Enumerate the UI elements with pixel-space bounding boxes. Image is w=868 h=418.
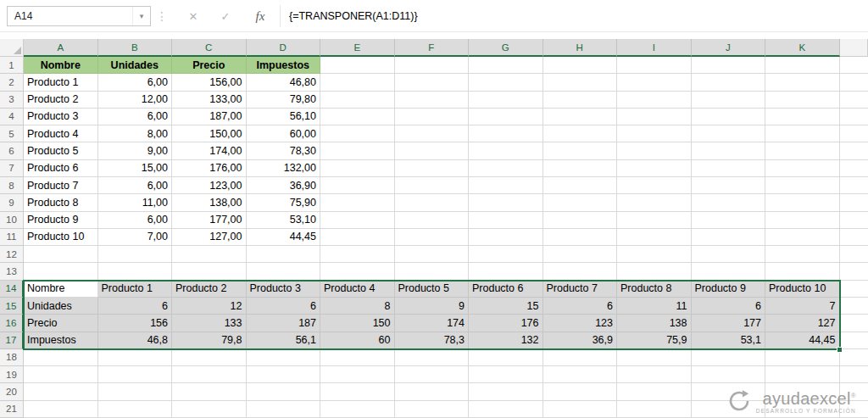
cell-H14[interactable]: Producto 7 — [543, 281, 618, 298]
cell-D3[interactable]: 79,80 — [247, 92, 321, 109]
cell-C19[interactable] — [172, 366, 247, 383]
cell-A5[interactable]: Producto 4 — [24, 125, 98, 142]
cell-B21[interactable] — [98, 401, 173, 418]
cell-K11[interactable] — [765, 229, 840, 246]
cell-G21[interactable] — [469, 401, 543, 418]
cell-I1[interactable] — [617, 57, 692, 74]
cell-C10[interactable]: 177,00 — [172, 212, 247, 229]
formula-input[interactable]: {=TRANSPONER(A1:D11)} — [289, 6, 418, 26]
cell-D4[interactable]: 56,10 — [247, 109, 321, 125]
cell-C4[interactable]: 187,00 — [172, 109, 247, 125]
insert-function-icon[interactable]: fx — [248, 6, 273, 26]
cell-F6[interactable] — [395, 142, 470, 159]
cell-B7[interactable]: 15,00 — [98, 160, 173, 177]
fill-handle[interactable] — [837, 347, 843, 353]
row-header-4[interactable]: 4 — [0, 109, 24, 125]
cell-C11[interactable]: 127,00 — [172, 229, 247, 246]
cell-G18[interactable] — [469, 349, 543, 366]
cell-C12[interactable] — [172, 246, 247, 263]
cell-K4[interactable] — [765, 109, 840, 125]
cell-D18[interactable] — [247, 349, 321, 366]
cell-G2[interactable] — [469, 74, 543, 91]
cell-H6[interactable] — [543, 142, 618, 159]
cell-A16[interactable]: Precio — [24, 315, 98, 332]
cell-F8[interactable] — [395, 177, 470, 194]
name-box-dropdown-icon[interactable]: ▾ — [132, 7, 150, 25]
cell-I2[interactable] — [617, 74, 692, 91]
cell-G17[interactable]: 132 — [469, 332, 543, 349]
cell-C16[interactable]: 133 — [172, 315, 247, 332]
cell-F18[interactable] — [395, 349, 470, 366]
cell-B10[interactable]: 6,00 — [98, 212, 173, 229]
cell-G16[interactable]: 176 — [469, 315, 543, 332]
row-header-18[interactable]: 18 — [0, 349, 24, 366]
row-header-1[interactable]: 1 — [0, 57, 24, 74]
cell-B16[interactable]: 156 — [98, 315, 173, 332]
cell-F13[interactable] — [395, 263, 470, 280]
cell-A3[interactable]: Producto 2 — [24, 92, 98, 109]
cell-I19[interactable] — [617, 366, 692, 383]
cell-F9[interactable] — [395, 194, 470, 211]
cell-I13[interactable] — [617, 263, 692, 280]
cell-E10[interactable] — [320, 212, 395, 229]
cell-G8[interactable] — [469, 177, 543, 194]
cell-B6[interactable]: 9,00 — [98, 142, 173, 159]
cell-G4[interactable] — [469, 109, 543, 125]
cell-F12[interactable] — [395, 246, 470, 263]
cell-I8[interactable] — [617, 177, 692, 194]
cell-J6[interactable] — [692, 142, 766, 159]
cell-C21[interactable] — [172, 401, 247, 418]
cell-D14[interactable]: Producto 3 — [247, 281, 321, 298]
cell-H7[interactable] — [543, 160, 618, 177]
cell-I18[interactable] — [617, 349, 692, 366]
cell-K12[interactable] — [765, 246, 840, 263]
cell-F21[interactable] — [395, 401, 470, 418]
cell-B19[interactable] — [98, 366, 173, 383]
column-header-E[interactable]: E — [320, 39, 395, 57]
cell-J1[interactable] — [692, 57, 766, 74]
cell-I11[interactable] — [617, 229, 692, 246]
cell-A2[interactable]: Producto 1 — [24, 74, 98, 91]
cell-E14[interactable]: Producto 4 — [320, 281, 395, 298]
cell-C9[interactable]: 138,00 — [172, 194, 247, 211]
row-header-9[interactable]: 9 — [0, 194, 24, 211]
cell-C2[interactable]: 156,00 — [172, 74, 247, 91]
cell-A19[interactable] — [24, 366, 98, 383]
cell-J19[interactable] — [692, 366, 766, 383]
column-header-F[interactable]: F — [395, 39, 470, 57]
cell-E21[interactable] — [320, 401, 395, 418]
cell-B4[interactable]: 6,00 — [98, 109, 173, 125]
cell-D20[interactable] — [247, 383, 321, 400]
cancel-icon[interactable]: ✕ — [181, 6, 206, 26]
cell-C17[interactable]: 79,8 — [172, 332, 247, 349]
cell-E17[interactable]: 60 — [320, 332, 395, 349]
cell-J8[interactable] — [692, 177, 766, 194]
cell-B20[interactable] — [98, 383, 173, 400]
row-header-10[interactable]: 10 — [0, 212, 24, 229]
cell-H1[interactable] — [543, 57, 618, 74]
cell-A15[interactable]: Unidades — [24, 298, 98, 315]
cell-I7[interactable] — [617, 160, 692, 177]
cell-D5[interactable]: 60,00 — [247, 125, 321, 142]
cell-J17[interactable]: 53,1 — [692, 332, 766, 349]
cell-F5[interactable] — [395, 125, 470, 142]
cell-K7[interactable] — [765, 160, 840, 177]
cell-A18[interactable] — [24, 349, 98, 366]
cell-G11[interactable] — [469, 229, 543, 246]
cell-K19[interactable] — [765, 366, 840, 383]
cell-E19[interactable] — [320, 366, 395, 383]
cell-F2[interactable] — [395, 74, 470, 91]
cell-E15[interactable]: 8 — [320, 298, 395, 315]
row-header-19[interactable]: 19 — [0, 366, 24, 383]
cell-D1[interactable]: Impuestos — [247, 57, 321, 74]
column-header-G[interactable]: G — [469, 39, 543, 57]
cell-I6[interactable] — [617, 142, 692, 159]
cell-B14[interactable]: Producto 1 — [98, 281, 173, 298]
cell-H17[interactable]: 36,9 — [543, 332, 618, 349]
cell-A4[interactable]: Producto 3 — [24, 109, 98, 125]
column-header-I[interactable]: I — [617, 39, 692, 57]
cell-I3[interactable] — [617, 92, 692, 109]
cell-C15[interactable]: 12 — [172, 298, 247, 315]
cell-H16[interactable]: 123 — [543, 315, 618, 332]
cell-D12[interactable] — [247, 246, 321, 263]
